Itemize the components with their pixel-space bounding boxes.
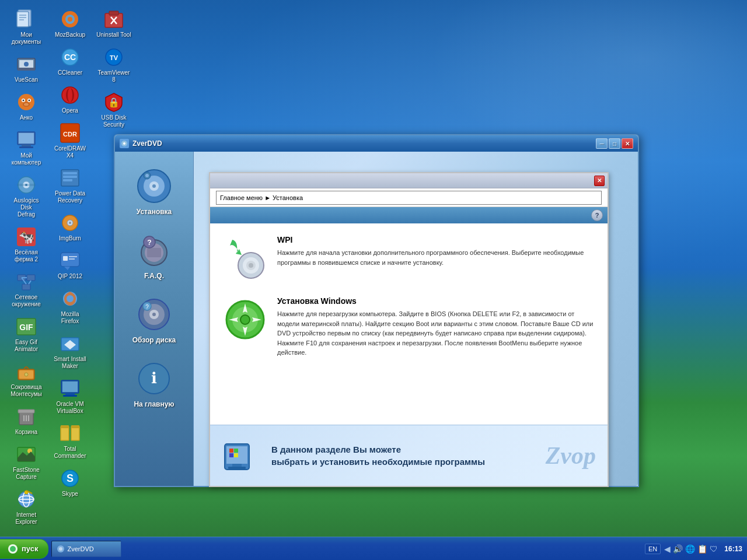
svg-point-136	[59, 547, 62, 551]
breadcrumb-bar	[210, 188, 608, 207]
icon-faststone[interactable]: FastStoneCapture	[6, 441, 47, 483]
icon-my-computer[interactable]: Мойкомпьютер	[6, 127, 47, 169]
sidebar-item-install[interactable]: Установка	[122, 163, 186, 219]
sidebar-item-disk-view[interactable]: ? Обзор диска	[122, 292, 186, 347]
start-button[interactable]: пуск	[0, 539, 48, 559]
icon-smart-install[interactable]: Smart InstallMaker	[50, 330, 90, 372]
svg-text:CC: CC	[64, 52, 76, 62]
svg-rect-21	[22, 145, 31, 146]
sidebar-item-faq[interactable]: ? F.A.Q.	[122, 228, 186, 283]
icon-mozbackup[interactable]: MozBackup	[50, 6, 90, 41]
tray-icon-1: ◀	[664, 544, 671, 554]
inner-close-button[interactable]: ✕	[594, 176, 605, 186]
svg-point-104	[145, 174, 149, 177]
svg-point-10	[24, 62, 29, 66]
windows-install-text: Установка Windows Нажмите для перезагруз…	[277, 296, 596, 358]
icon-network[interactable]: Сетевоеокружение	[6, 268, 47, 310]
icon-uninstall-tool[interactable]: Uninstall Tool	[93, 6, 134, 41]
sidebar-install-label: Установка	[137, 208, 172, 216]
svg-rect-107	[147, 248, 161, 257]
system-tray: ◀ 🔊 🌐 📋 🛡	[664, 544, 718, 554]
icon-usb-disk-security[interactable]: 🔒 USB DiskSecurity	[93, 89, 134, 131]
svg-rect-91	[109, 11, 118, 15]
close-button[interactable]: ✕	[622, 138, 633, 149]
svg-point-15	[23, 100, 25, 102]
icon-virtualbox[interactable]: Oracle VMVirtualBox	[50, 375, 90, 417]
icon-coreldraw[interactable]: CDR CorelDRAW X4	[50, 120, 90, 162]
svg-rect-20	[19, 133, 34, 144]
start-icon	[7, 543, 19, 555]
icon-ccleaner[interactable]: CC CCleaner	[50, 44, 90, 79]
icon-auslogics[interactable]: Auslogics DiskDefrag	[6, 172, 47, 220]
windows-install-icon	[222, 296, 268, 343]
taskbar-items: ZverDVD	[48, 541, 641, 557]
svg-text:🐄: 🐄	[19, 229, 35, 245]
svg-rect-82	[65, 393, 75, 395]
help-button[interactable]: ?	[591, 209, 603, 221]
svg-point-18	[24, 103, 29, 106]
icon-opera[interactable]: Opera	[50, 82, 90, 117]
taskbar-right: EN ◀ 🔊 🌐 📋 🛡 16:13	[640, 544, 747, 554]
taskbar-zverdvd-label: ZverDVD	[68, 545, 94, 552]
wpi-icon	[222, 235, 268, 282]
icon-imgburn[interactable]: ImgBurn	[50, 209, 90, 244]
svg-point-134	[10, 546, 16, 552]
svg-text:?: ?	[147, 239, 151, 247]
svg-rect-132	[234, 453, 238, 457]
svg-rect-86	[61, 425, 69, 428]
content-area: WPI Нажмите для начала установки дополни…	[210, 223, 608, 425]
svg-point-77	[67, 295, 74, 302]
svg-line-34	[29, 281, 31, 284]
svg-rect-65	[63, 172, 77, 174]
svg-text:🔒: 🔒	[108, 97, 120, 108]
minimize-button[interactable]: ─	[596, 138, 608, 149]
svg-point-56	[68, 17, 72, 22]
icon-treasures[interactable]: СокровищаМонтесумы	[6, 358, 47, 400]
bottom-banner: В данном разделе Вы можетевыбрать и уста…	[210, 425, 608, 486]
wpi-description: Нажмите для начала установки дополнитель…	[277, 248, 596, 267]
taskbar-zverdvd[interactable]: ZverDVD	[51, 541, 121, 557]
windows-install-section[interactable]: Установка Windows Нажмите для перезагруз…	[222, 296, 596, 358]
tray-icon-4: 📋	[697, 544, 707, 554]
window-icon	[120, 139, 129, 148]
window-title: ZverDVD	[132, 139, 596, 148]
wpi-text: WPI Нажмите для начала установки дополни…	[277, 235, 596, 267]
icon-skype[interactable]: S Skype	[50, 465, 90, 500]
maximize-button[interactable]: □	[609, 138, 620, 149]
svg-rect-74	[69, 256, 77, 257]
start-label: пуск	[22, 544, 39, 553]
sidebar-disk-label: Обзор диска	[132, 336, 176, 344]
icon-teamviewer[interactable]: TV TeamViewer 8	[93, 44, 134, 86]
svg-point-124	[240, 315, 250, 324]
breadcrumb-input[interactable]	[216, 191, 602, 205]
svg-rect-128	[228, 467, 246, 469]
zvd-sidebar: Установка ? F.A.Q.	[115, 152, 194, 486]
faq-icon: ?	[134, 230, 174, 270]
icon-firefox[interactable]: Mozilla Firefox	[50, 285, 90, 327]
tray-icon-5: 🛡	[710, 544, 718, 554]
language-indicator[interactable]: EN	[645, 544, 661, 554]
window-controls: ─ □ ✕	[596, 138, 633, 149]
svg-rect-87	[71, 425, 79, 428]
icon-qip[interactable]: QIP 2012	[50, 247, 90, 282]
svg-point-102	[152, 184, 156, 188]
icon-total-commander[interactable]: TotalCommander	[50, 420, 90, 462]
icon-ie[interactable]: InternetExplorer	[6, 486, 47, 528]
svg-rect-131	[229, 453, 233, 457]
icon-anko[interactable]: Анко	[6, 89, 47, 124]
icon-recycle[interactable]: Корзина	[6, 403, 47, 438]
banner-icon	[222, 435, 263, 476]
window-titlebar[interactable]: ZverDVD ─ □ ✕	[115, 135, 638, 152]
icon-power-data[interactable]: Power DataRecovery	[50, 164, 90, 206]
icon-vuescan[interactable]: VueScan	[6, 51, 47, 86]
svg-rect-81	[62, 382, 78, 392]
banner-text: В данном разделе Вы можетевыбрать и уста…	[271, 443, 485, 468]
sidebar-item-home[interactable]: ℹ На главную	[122, 356, 186, 411]
icon-happy-farm[interactable]: 🐄 Весёлаяферма 2	[6, 223, 47, 265]
svg-point-113	[152, 313, 156, 316]
wpi-section[interactable]: WPI Нажмите для начала установки дополни…	[222, 235, 596, 282]
svg-rect-6	[19, 17, 26, 18]
icon-easy-gif[interactable]: GIF Easy GifAnimator	[6, 313, 47, 355]
icon-my-documents[interactable]: Моидокументы	[6, 6, 47, 48]
svg-rect-66	[63, 176, 77, 178]
